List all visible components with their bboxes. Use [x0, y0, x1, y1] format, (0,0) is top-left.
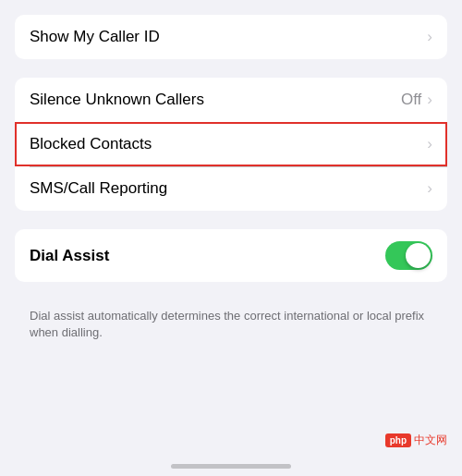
- section-dial-assist: Dial Assist: [15, 229, 447, 282]
- row-right: [385, 241, 432, 270]
- row-show-caller-id[interactable]: Show My Caller ID ›: [15, 15, 447, 59]
- row-left: Silence Unknown Callers: [30, 91, 204, 109]
- row-silence-unknown[interactable]: Silence Unknown Callers Off ›: [15, 78, 447, 122]
- row-sms-call-reporting[interactable]: SMS/Call Reporting ›: [15, 166, 447, 211]
- silence-unknown-label: Silence Unknown Callers: [30, 91, 204, 109]
- section-callers: Silence Unknown Callers Off › Blocked Co…: [15, 78, 447, 211]
- section-caller-id: Show My Caller ID ›: [15, 15, 447, 59]
- row-left: Blocked Contacts: [30, 135, 152, 153]
- sms-call-reporting-label: SMS/Call Reporting: [30, 179, 167, 198]
- dial-assist-toggle[interactable]: [385, 241, 432, 270]
- row-right: Off ›: [401, 91, 432, 109]
- watermark-text: 中文网: [414, 433, 447, 448]
- row-left: SMS/Call Reporting: [30, 179, 167, 198]
- row-dial-assist[interactable]: Dial Assist: [15, 229, 447, 282]
- row-left: Show My Caller ID: [30, 28, 160, 46]
- row-left: Dial Assist: [30, 247, 109, 265]
- chevron-icon: ›: [427, 28, 432, 46]
- watermark: php 中文网: [385, 433, 447, 448]
- show-caller-id-label: Show My Caller ID: [30, 28, 160, 46]
- home-indicator: [171, 464, 291, 469]
- row-right: ›: [427, 28, 432, 46]
- settings-list: Show My Caller ID › Silence Unknown Call…: [0, 0, 462, 374]
- dial-assist-description: Dial assist automatically determines the…: [30, 309, 424, 339]
- blocked-contacts-label: Blocked Contacts: [30, 135, 152, 153]
- silence-unknown-value: Off: [401, 91, 421, 109]
- chevron-icon: ›: [427, 135, 432, 153]
- toggle-knob: [406, 243, 431, 268]
- dial-assist-footer: Dial assist automatically determines the…: [0, 300, 462, 341]
- row-right: ›: [427, 179, 432, 198]
- row-right: ›: [427, 135, 432, 153]
- row-blocked-contacts[interactable]: Blocked Contacts ›: [15, 122, 447, 166]
- dial-assist-label: Dial Assist: [30, 247, 109, 265]
- chevron-icon: ›: [427, 91, 432, 109]
- chevron-icon: ›: [427, 179, 432, 198]
- watermark-logo: php: [385, 433, 411, 447]
